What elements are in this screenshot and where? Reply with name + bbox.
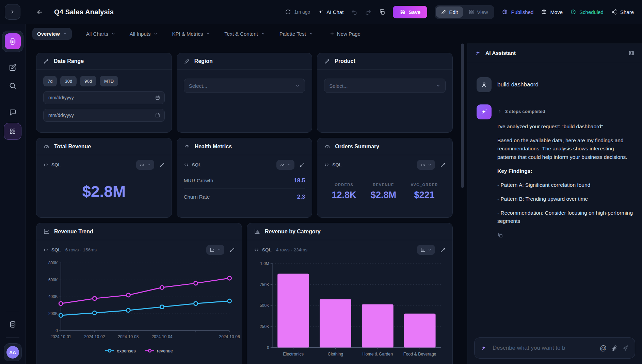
query-bar: SQL (36, 155, 172, 171)
quick-range-90d[interactable]: 90d (80, 76, 96, 86)
copy-message-button[interactable] (497, 232, 503, 238)
quick-range-30d[interactable]: 30d (60, 76, 77, 86)
expand-button[interactable] (440, 162, 446, 168)
stat-label: ORDERS (332, 183, 356, 187)
start-date-field[interactable] (48, 95, 155, 101)
tab-all-charts[interactable]: All Charts (86, 31, 115, 37)
expand-button[interactable] (440, 247, 446, 253)
published-status-button[interactable]: Published (502, 9, 533, 15)
chevron-down-icon (63, 32, 67, 36)
refresh-button[interactable] (285, 9, 291, 15)
metric-row: Churn Rate 2.3 (184, 189, 305, 205)
expand-button[interactable] (159, 162, 165, 168)
move-button[interactable]: Move (541, 9, 563, 15)
main-scrollbar[interactable] (461, 44, 464, 188)
sidebar-divider (6, 311, 19, 311)
ai-chat-button[interactable]: AI Chat (318, 9, 343, 15)
view-mode-button[interactable]: View (464, 6, 493, 18)
bar-chart-icon (254, 228, 260, 235)
user-avatar[interactable]: AA (4, 343, 22, 361)
viz-type-button[interactable] (276, 160, 294, 170)
card-header: Revenue Trend (36, 223, 242, 240)
query-bar: SQL 6 rows · 156ms (36, 240, 242, 256)
card-body: Select... (317, 70, 452, 99)
svg-text:2024-10-04: 2024-10-04 (151, 334, 172, 339)
viz-type-button[interactable] (136, 160, 154, 170)
expand-button[interactable] (229, 247, 235, 253)
sidebar-item-dashboards[interactable] (2, 31, 23, 52)
card-body: 7d 30d 90d MTD (36, 70, 172, 128)
svg-text:800K: 800K (48, 261, 58, 265)
grid-icon (469, 9, 474, 15)
sidebar-item-chat[interactable] (5, 105, 20, 120)
quick-range-mtd[interactable]: MTD (100, 76, 118, 86)
sidebar-item-compose[interactable] (5, 60, 20, 75)
scheduled-button[interactable]: Scheduled (570, 9, 604, 15)
mention-button[interactable]: @ (600, 344, 607, 352)
expand-button[interactable] (300, 162, 305, 168)
kpi-value: $2.8M (36, 171, 172, 217)
globe-icon (541, 9, 547, 15)
viz-type-button[interactable] (206, 245, 224, 255)
back-button[interactable] (34, 8, 45, 16)
save-button[interactable]: Save (393, 6, 427, 18)
select-placeholder: Select... (189, 83, 207, 89)
metric-value: 2.3 (297, 194, 305, 200)
end-date-input[interactable] (43, 109, 165, 122)
duplicate-button[interactable] (379, 9, 385, 15)
sidebar-item-search[interactable] (5, 78, 20, 93)
steps-toggle[interactable]: 3 steps completed (497, 109, 545, 114)
ai-input-field[interactable] (492, 344, 595, 352)
card-actions (206, 245, 235, 255)
svg-text:600K: 600K (48, 278, 58, 282)
tab-overview[interactable]: Overview (32, 28, 72, 40)
copy-icon (379, 9, 385, 15)
share-button[interactable]: Share (611, 9, 634, 15)
chevron-down-icon (309, 32, 313, 36)
edit-mode-button[interactable]: Edit (436, 6, 463, 18)
card-actions (276, 160, 305, 170)
revenue-by-category-chart: 0250K500K750K1.0MElectronicsClothingHome… (254, 259, 446, 363)
user-message: build dashbaord (477, 77, 633, 92)
svg-text:750K: 750K (260, 282, 269, 287)
search-icon (9, 82, 17, 90)
card-header: Orders Summary (317, 138, 452, 155)
region-select[interactable]: Select... (184, 79, 305, 93)
plus-icon (330, 31, 335, 36)
send-button[interactable] (622, 345, 629, 351)
sidebar-item-data-sources[interactable] (5, 317, 20, 332)
expand-icon (440, 162, 446, 168)
card-body: Select... (177, 70, 312, 99)
new-page-button[interactable]: New Page (327, 31, 363, 37)
card-title: Health Metrics (195, 144, 232, 150)
code-icon (324, 162, 329, 167)
chevron-down-icon (436, 83, 440, 88)
tab-kpi-metrics[interactable]: KPI & Metrics (172, 31, 210, 37)
quick-range-7d[interactable]: 7d (43, 76, 57, 86)
undo-button[interactable] (351, 9, 357, 15)
sidebar-divider (6, 337, 19, 338)
viz-type-button[interactable] (417, 160, 435, 170)
start-date-input[interactable] (43, 91, 165, 104)
chevron-right-icon (497, 109, 502, 114)
query-info: SQL 4 rows · 234ms (254, 247, 307, 252)
product-select[interactable]: Select... (324, 79, 446, 93)
gauge-icon (43, 143, 50, 150)
redo-button[interactable] (365, 9, 371, 15)
card-header: Total Revenue (36, 138, 172, 155)
attach-button[interactable] (611, 345, 617, 351)
end-date-field[interactable] (48, 112, 155, 118)
viz-type-button[interactable] (417, 245, 435, 255)
tab-palette-test[interactable]: Palette Test (279, 31, 313, 37)
pencil-icon (184, 58, 190, 64)
card-header: Product (317, 53, 452, 70)
metric-label: Churn Rate (184, 194, 210, 200)
sidebar-expand-button[interactable] (5, 4, 20, 20)
chevron-down-icon (261, 32, 265, 36)
panel-collapse-button[interactable] (628, 50, 635, 56)
stat-orders: ORDERS 12.8K (332, 183, 356, 200)
svg-text:2024-10-03: 2024-10-03 (118, 334, 139, 339)
sidebar-item-blocks[interactable] (4, 123, 21, 140)
tab-text-content[interactable]: Text & Content (224, 31, 265, 37)
tab-all-inputs[interactable]: All Inputs (130, 31, 158, 37)
